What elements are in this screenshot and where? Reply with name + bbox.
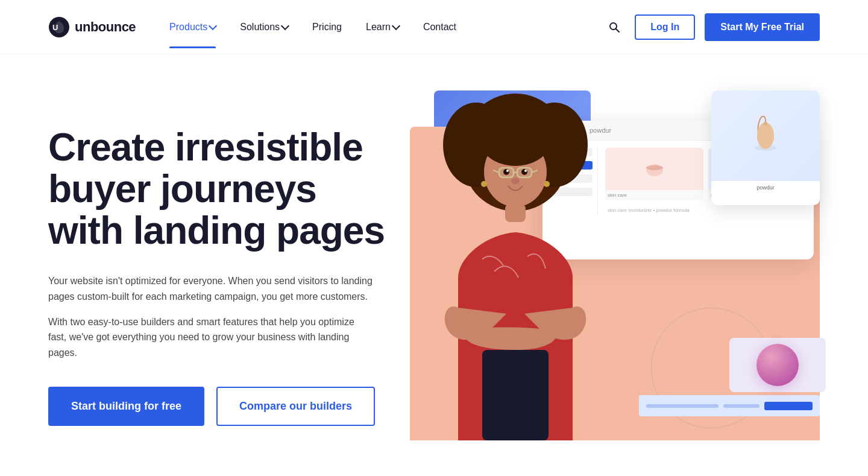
header-actions: Log In Start My Free Trial xyxy=(603,13,820,41)
svg-point-26 xyxy=(506,170,509,172)
nav-item-pricing[interactable]: Pricing xyxy=(303,17,351,37)
bar-item-1 xyxy=(646,404,719,408)
chevron-down-icon xyxy=(209,22,217,30)
nav-item-products[interactable]: Products xyxy=(160,17,225,37)
hero-buttons: Start building for free Compare our buil… xyxy=(48,387,386,426)
svg-text:U: U xyxy=(52,23,58,32)
float-product-label: powdur xyxy=(711,181,820,194)
search-button[interactable] xyxy=(603,16,625,38)
bar-item-cta xyxy=(764,402,813,410)
hero-content: Create irresistible buyer journeys with … xyxy=(48,90,386,426)
float-product-card: powdur xyxy=(711,90,820,205)
nav-item-solutions[interactable]: Solutions xyxy=(230,17,298,37)
chevron-down-icon xyxy=(281,22,289,30)
hand-gesture-icon xyxy=(741,106,790,166)
login-button[interactable]: Log In xyxy=(635,14,695,40)
product-detail-text: skin care moisturizer • powdur formula xyxy=(605,205,807,215)
chevron-down-icon xyxy=(392,22,400,30)
trial-button[interactable]: Start My Free Trial xyxy=(705,13,820,41)
nav-item-contact[interactable]: Contact xyxy=(414,17,466,37)
search-icon xyxy=(608,21,620,33)
svg-point-25 xyxy=(521,169,527,175)
bar-item-2 xyxy=(723,404,760,408)
svg-point-24 xyxy=(503,169,509,175)
svg-point-5 xyxy=(646,165,663,170)
start-building-button[interactable]: Start building for free xyxy=(48,387,204,426)
hero-title: Create irresistible buyer journeys with … xyxy=(48,127,386,252)
hero-description-1: Your website isn't optimized for everyon… xyxy=(48,273,374,304)
svg-rect-17 xyxy=(505,204,526,222)
hero-section: Create irresistible buyer journeys with … xyxy=(0,54,868,476)
float-globe-card xyxy=(729,338,826,392)
sphere-visual xyxy=(756,344,799,386)
compare-builders-button[interactable]: Compare our builders xyxy=(216,387,375,426)
hero-image-area: powdur xyxy=(410,90,820,440)
hero-description-2: With two easy-to-use builders and smart … xyxy=(48,314,374,361)
hero-person xyxy=(410,90,621,440)
svg-point-29 xyxy=(481,181,487,187)
svg-point-16 xyxy=(479,112,552,166)
svg-point-28 xyxy=(511,178,520,184)
unbounce-logo-icon: U xyxy=(48,16,70,38)
main-nav: Products Solutions Pricing Learn Contact xyxy=(160,17,603,37)
svg-point-10 xyxy=(764,122,767,125)
logo-text: unbounce xyxy=(75,19,136,35)
ui-bottom-bar xyxy=(639,395,820,416)
svg-point-27 xyxy=(524,170,527,172)
person-illustration xyxy=(410,90,621,440)
svg-rect-18 xyxy=(482,350,549,440)
nav-item-learn[interactable]: Learn xyxy=(356,17,409,37)
svg-line-3 xyxy=(616,29,619,32)
logo[interactable]: U unbounce xyxy=(48,16,136,38)
svg-point-30 xyxy=(544,181,550,187)
float-product-image xyxy=(711,90,820,181)
header: U unbounce Products Solutions Pricing Le… xyxy=(0,0,868,54)
